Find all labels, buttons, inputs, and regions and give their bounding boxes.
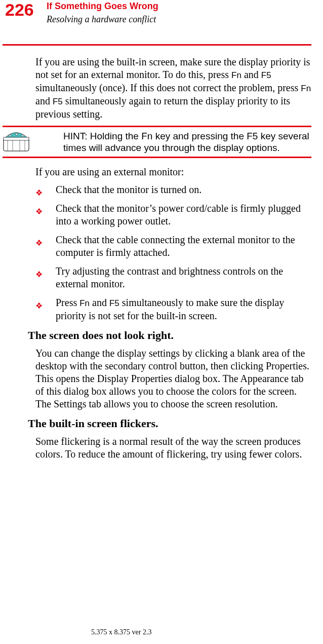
- text: simultaneously (once). If this does not …: [35, 82, 301, 93]
- page-header: 226 If Something Goes Wrong Resolving a …: [0, 0, 323, 35]
- diamond-bullet-icon: ❖: [35, 268, 43, 281]
- list-item: ❖Check that the cable connecting the ext…: [35, 234, 311, 259]
- list-item: ❖Check that the monitor’s power cord/cab…: [35, 202, 311, 228]
- list-text: Check that the monitor is turned on.: [56, 184, 201, 195]
- intro-paragraph: If you are using the built-in screen, ma…: [35, 56, 311, 121]
- page-number: 226: [5, 0, 34, 20]
- key-fn: Fn: [231, 70, 241, 80]
- header-title: If Something Goes Wrong: [47, 1, 158, 12]
- key-fn: Fn: [301, 84, 311, 93]
- svg-rect-1: [4, 137, 29, 140]
- text: and: [241, 69, 261, 80]
- footer-text: 5.375 x 8.375 ver 2.3: [91, 628, 151, 636]
- hint-bottom-rule: [3, 157, 311, 158]
- paragraph: Some flickering is a normal result of th…: [35, 435, 311, 461]
- key-f5: F5: [261, 70, 271, 80]
- hint-block: HINT: Holding the Fn key and pressing th…: [35, 126, 311, 158]
- header-subtitle: Resolving a hardware conflict: [47, 14, 156, 25]
- list-text: Check that the monitor’s power cord/cabl…: [56, 203, 301, 226]
- bullet-list: ❖Check that the monitor is turned on. ❖C…: [35, 183, 311, 322]
- treasure-chest-icon: [3, 128, 30, 154]
- header-rule: [3, 44, 311, 46]
- svg-point-4: [22, 135, 24, 137]
- key-f5: F5: [53, 97, 63, 106]
- list-item: ❖Try adjusting the contrast and brightne…: [35, 265, 311, 290]
- svg-point-2: [9, 135, 11, 137]
- diamond-bullet-icon: ❖: [35, 186, 43, 199]
- list-text: Press Fn and F5 simultaneously to make s…: [56, 297, 284, 321]
- list-item: ❖ Press Fn and F5 simultaneously to make…: [35, 296, 311, 322]
- text: Press: [56, 297, 79, 308]
- diamond-bullet-icon: ❖: [35, 237, 43, 249]
- list-item: ❖Check that the monitor is turned on.: [35, 183, 311, 196]
- diamond-bullet-icon: ❖: [35, 205, 43, 218]
- key-f5: F5: [109, 298, 119, 308]
- svg-point-3: [16, 133, 18, 135]
- text: and: [35, 95, 53, 106]
- list-text: Check that the cable connecting the exte…: [56, 234, 295, 258]
- text: and: [90, 297, 109, 308]
- diamond-bullet-icon: ❖: [35, 299, 43, 312]
- paragraph: You can change the display settings by c…: [35, 347, 311, 410]
- hint-text: HINT: Holding the Fn key and pressing th…: [63, 130, 311, 154]
- key-fn: Fn: [79, 298, 90, 308]
- hint-body: HINT: Holding the Fn key and pressing th…: [35, 127, 311, 157]
- list-text: Try adjusting the contrast and brightnes…: [56, 266, 283, 289]
- section-heading: The built-in screen flickers.: [28, 417, 311, 430]
- text: simultaneously again to return the displ…: [35, 95, 290, 120]
- section-heading: The screen does not look right.: [28, 329, 311, 342]
- page-content: If you are using the built-in screen, ma…: [35, 56, 311, 466]
- external-monitor-intro: If you are using an external monitor:: [35, 166, 311, 178]
